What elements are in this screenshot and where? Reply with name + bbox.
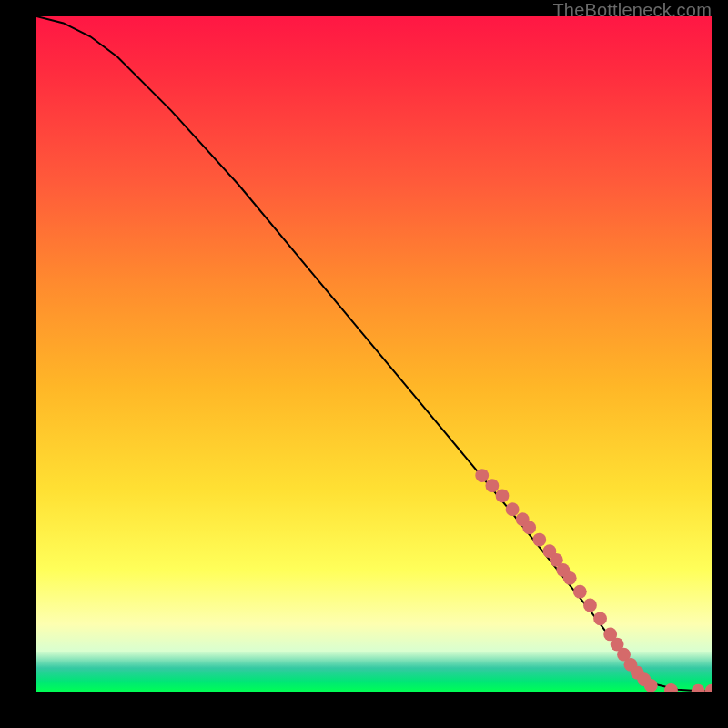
curve-line	[36, 16, 712, 691]
highlight-dot	[593, 612, 607, 625]
chart-stage	[36, 16, 712, 692]
highlight-dot	[506, 502, 520, 516]
attribution-label: TheBottleneck.com	[552, 0, 712, 21]
highlight-dot	[692, 684, 705, 692]
highlight-dot	[496, 489, 510, 502]
highlight-dot	[532, 533, 546, 547]
bottom-black-bar	[0, 692, 728, 728]
highlight-dot	[583, 599, 597, 612]
chart-svg	[36, 16, 712, 692]
highlight-dot	[522, 521, 536, 534]
highlight-dot	[563, 571, 577, 585]
highlight-dot	[475, 469, 489, 482]
highlight-dot	[705, 684, 712, 692]
highlight-dot	[485, 479, 499, 492]
highlight-dot	[664, 683, 678, 692]
highlight-dot	[573, 585, 587, 599]
